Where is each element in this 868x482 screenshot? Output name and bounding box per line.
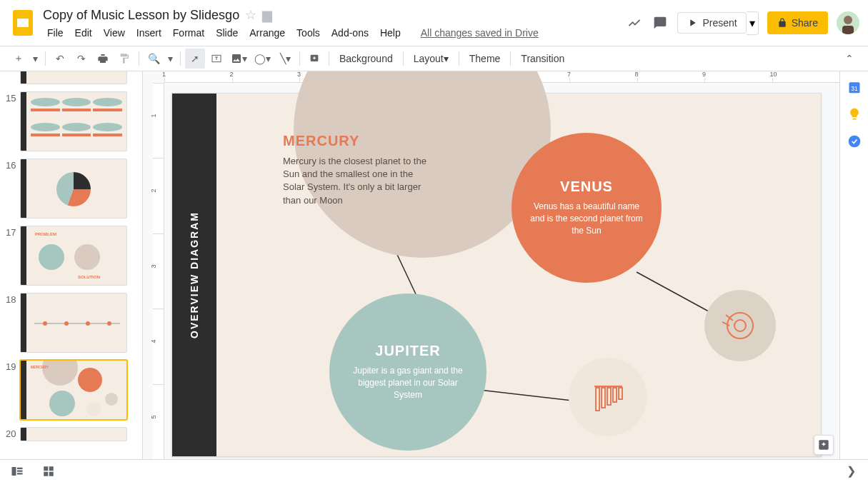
print-button[interactable] <box>93 49 113 69</box>
show-side-panel-button[interactable]: ❯ <box>842 463 859 480</box>
slides-logo[interactable] <box>9 9 37 37</box>
svg-point-10 <box>107 321 111 326</box>
svg-rect-32 <box>44 466 48 471</box>
share-button[interactable]: Share <box>767 11 828 34</box>
svg-line-14 <box>479 390 572 401</box>
vertical-ruler: 12345 <box>153 83 164 459</box>
footer: ❯ <box>0 459 868 482</box>
slide-content[interactable]: OVERVIEW DIAGRAM MERCURY Mercury is the … <box>171 93 822 457</box>
chimes-icon <box>589 378 628 417</box>
star-icon[interactable]: ☆ <box>245 7 256 23</box>
slide-thumb-16[interactable] <box>20 159 127 219</box>
explore-button[interactable] <box>814 435 834 455</box>
slide-thumb-19[interactable]: MERCURY <box>20 360 127 420</box>
svg-rect-3 <box>842 26 854 34</box>
present-button[interactable]: Present <box>677 12 746 34</box>
textbox-tool[interactable] <box>206 49 226 69</box>
svg-rect-28 <box>12 467 16 476</box>
zoom-button[interactable]: 🔍 <box>144 49 164 69</box>
activity-icon[interactable] <box>626 14 643 31</box>
mercury-desc: Mercury is the closest planet to the Sun… <box>283 155 429 207</box>
calendar-icon[interactable]: 31 <box>847 80 862 94</box>
slide-sidebar-label: OVERVIEW DIAGRAM <box>189 211 200 338</box>
grid-view-button[interactable] <box>40 463 57 480</box>
svg-point-16 <box>734 320 746 331</box>
drum-icon-circle[interactable] <box>704 290 776 361</box>
svg-rect-22 <box>607 388 611 405</box>
svg-rect-34 <box>44 471 48 476</box>
shape-tool[interactable]: ◯▾ <box>251 49 274 69</box>
account-avatar[interactable] <box>837 11 859 34</box>
menu-arrange[interactable]: Arrange <box>245 26 289 40</box>
tasks-icon[interactable] <box>847 134 862 149</box>
layout-button[interactable]: Layout▾ <box>408 53 454 64</box>
svg-rect-24 <box>619 388 622 399</box>
comment-tool[interactable] <box>304 49 324 69</box>
svg-rect-33 <box>49 466 54 471</box>
mercury-text-block[interactable]: MERCURY Mercury is the closest planet to… <box>283 133 429 207</box>
background-button[interactable]: Background <box>334 53 399 64</box>
jupiter-desc: Jupiter is a gas giant and the biggest p… <box>344 365 472 401</box>
collapse-toolbar-button[interactable]: ⌃ <box>839 49 859 69</box>
slide-thumbnails[interactable]: 14 15 16 17 <box>0 71 143 459</box>
chimes-icon-circle[interactable] <box>569 358 647 436</box>
menu-slide[interactable]: Slide <box>211 26 242 40</box>
slide-thumb-17[interactable]: PROBLEM SOLUTION <box>20 226 127 286</box>
menu-format[interactable]: Format <box>169 26 209 40</box>
svg-line-13 <box>637 272 715 315</box>
new-slide-dropdown[interactable]: ▾ <box>30 49 41 69</box>
svg-rect-30 <box>17 470 23 471</box>
slide-thumb-15[interactable] <box>20 91 127 151</box>
select-tool[interactable]: ➚ <box>185 49 205 69</box>
transition-button[interactable]: Transition <box>515 53 570 64</box>
slide-canvas[interactable]: 12345678910 12345 OVERVIEW DIAGRAM MERCU… <box>143 71 839 459</box>
drum-icon <box>722 308 758 343</box>
comments-icon[interactable] <box>652 14 669 31</box>
slide-sidebar: OVERVIEW DIAGRAM <box>172 94 216 456</box>
svg-point-9 <box>86 321 90 326</box>
menu-help[interactable]: Help <box>376 26 405 40</box>
redo-button[interactable]: ↷ <box>71 49 91 69</box>
zoom-dropdown[interactable]: ▾ <box>165 49 176 69</box>
line-tool[interactable]: ╲▾ <box>275 49 295 69</box>
slide-thumb-20[interactable] <box>20 427 127 441</box>
slide-thumb-18[interactable] <box>20 293 127 353</box>
save-status[interactable]: All changes saved in Drive <box>416 26 543 40</box>
mercury-title: MERCURY <box>283 133 429 149</box>
svg-rect-35 <box>49 471 54 476</box>
folder-icon[interactable]: ▆ <box>262 7 272 23</box>
jupiter-title: JUPITER <box>375 343 440 359</box>
filmstrip-view-button[interactable] <box>9 463 26 480</box>
svg-rect-1 <box>17 19 29 27</box>
theme-button[interactable]: Theme <box>464 53 507 64</box>
doc-title[interactable]: Copy of Music Lesson by Slidesgo <box>43 8 239 23</box>
venus-title: VENUS <box>560 179 613 195</box>
menu-view[interactable]: View <box>99 26 129 40</box>
svg-rect-29 <box>17 467 23 468</box>
svg-point-7 <box>43 321 47 326</box>
svg-text:31: 31 <box>851 85 858 92</box>
svg-rect-31 <box>17 473 23 474</box>
menu-insert[interactable]: Insert <box>132 26 166 40</box>
undo-button[interactable]: ↶ <box>50 49 70 69</box>
svg-point-15 <box>727 313 753 338</box>
header: Copy of Music Lesson by Slidesgo ☆ ▆ Fil… <box>0 0 868 46</box>
new-slide-button[interactable]: ＋ <box>9 49 29 69</box>
menu-file[interactable]: File <box>43 26 68 40</box>
menu-tools[interactable]: Tools <box>292 26 324 40</box>
svg-point-8 <box>64 321 69 326</box>
menu-addons[interactable]: Add-ons <box>327 26 373 40</box>
jupiter-circle[interactable]: JUPITER Jupiter is a gas giant and the b… <box>329 293 487 451</box>
image-tool[interactable]: ▾ <box>228 49 250 69</box>
side-panel: 31 <box>839 71 868 459</box>
svg-point-2 <box>844 16 852 24</box>
menu-edit[interactable]: Edit <box>71 26 96 40</box>
toolbar: ＋ ▾ ↶ ↷ 🔍 ▾ ➚ ▾ ◯▾ ╲▾ Background Layout▾… <box>0 46 868 71</box>
slide-thumb-14[interactable] <box>20 71 127 84</box>
venus-desc: Venus has a beautiful name and is the se… <box>526 201 647 236</box>
venus-circle[interactable]: VENUS Venus has a beautiful name and is … <box>512 133 662 283</box>
paint-format-button[interactable] <box>114 49 134 69</box>
keep-icon[interactable] <box>847 107 862 121</box>
svg-point-27 <box>848 136 860 148</box>
present-dropdown[interactable]: ▾ <box>747 11 759 35</box>
